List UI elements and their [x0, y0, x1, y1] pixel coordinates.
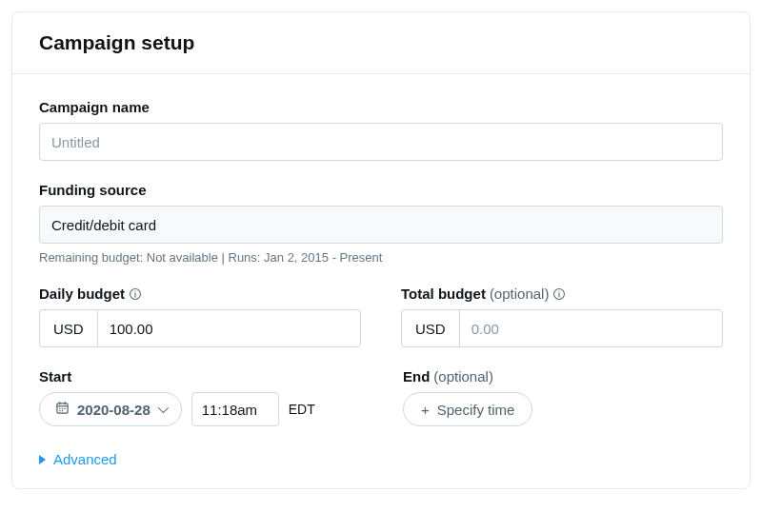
start-timezone: EDT [289, 402, 315, 417]
end-field: End (optional) + Specify time [403, 368, 723, 426]
campaign-name-field: Campaign name [39, 99, 723, 161]
info-icon[interactable] [129, 287, 142, 301]
start-time-input[interactable] [191, 392, 279, 426]
advanced-label: Advanced [53, 451, 117, 467]
campaign-name-input[interactable] [39, 123, 723, 161]
total-budget-input-group: USD [401, 309, 723, 347]
daily-budget-currency: USD [39, 309, 97, 347]
triangle-right-icon [39, 455, 46, 464]
start-date-button[interactable]: 2020-08-28 [39, 392, 182, 426]
total-budget-currency: USD [401, 309, 459, 347]
total-budget-input[interactable] [459, 309, 723, 347]
page-title: Campaign setup [39, 31, 723, 54]
funding-source-field: Funding source Credit/debit card Remaini… [39, 182, 723, 265]
info-icon[interactable] [552, 287, 566, 301]
end-label: End (optional) [403, 368, 723, 384]
specify-time-button[interactable]: + Specify time [403, 392, 532, 426]
total-budget-label: Total budget (optional) [401, 286, 723, 302]
svg-point-2 [134, 290, 135, 291]
budget-row: Daily budget USD Total bud [39, 286, 723, 347]
campaign-name-label: Campaign name [39, 99, 723, 115]
start-controls: 2020-08-28 EDT [39, 392, 363, 426]
total-budget-field: Total budget (optional) USD [401, 286, 723, 347]
svg-point-14 [62, 410, 64, 412]
plus-icon: + [421, 402, 430, 418]
daily-budget-input-group: USD [39, 309, 361, 347]
start-date-value: 2020-08-28 [77, 402, 150, 418]
start-label: Start [39, 368, 363, 384]
start-field: Start [39, 368, 363, 426]
funding-source-helper: Remaining budget: Not available | Runs: … [39, 250, 723, 265]
funding-source-select[interactable]: Credit/debit card [39, 206, 723, 244]
daily-budget-input[interactable] [97, 309, 361, 347]
funding-source-value: Credit/debit card [51, 217, 156, 233]
card-header: Campaign setup [12, 12, 750, 74]
funding-source-label: Funding source [39, 182, 723, 198]
card-body: Campaign name Funding source Credit/debi… [12, 74, 750, 488]
chevron-down-icon [157, 403, 168, 413]
calendar-icon [55, 401, 70, 418]
svg-point-12 [64, 408, 66, 410]
schedule-row: Start [39, 368, 723, 426]
svg-point-13 [59, 410, 61, 412]
svg-point-10 [59, 408, 61, 410]
daily-budget-field: Daily budget USD [39, 286, 361, 347]
specify-time-label: Specify time [437, 402, 515, 418]
svg-point-11 [62, 408, 64, 410]
advanced-toggle[interactable]: Advanced [39, 451, 723, 467]
daily-budget-label: Daily budget [39, 286, 361, 302]
campaign-setup-card: Campaign setup Campaign name Funding sou… [11, 11, 751, 489]
svg-point-5 [559, 290, 560, 291]
